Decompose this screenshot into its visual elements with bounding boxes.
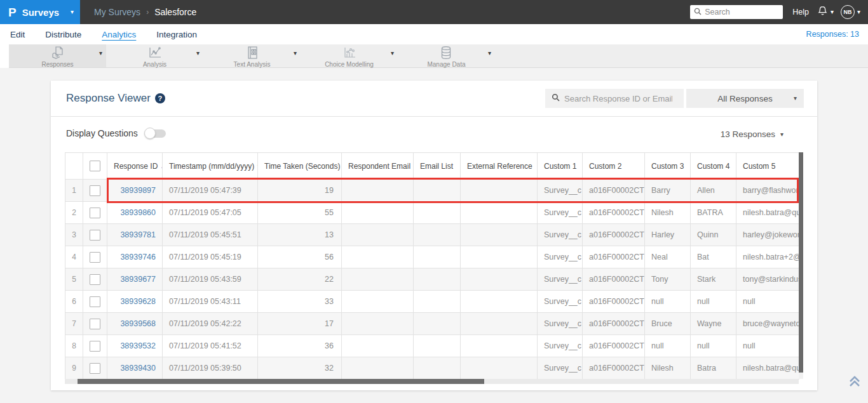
response-id-link[interactable]: 38939532	[107, 335, 163, 357]
row-checkbox[interactable]	[90, 185, 100, 196]
chevron-down-icon: ▾	[794, 95, 797, 102]
custom3-cell: Neal	[645, 246, 691, 268]
custom3-cell: Bruce	[645, 313, 691, 335]
response-id-link[interactable]: 38939897	[107, 180, 163, 202]
toolbar-item-analysis[interactable]: Analysis ▾	[106, 44, 203, 67]
custom1-cell: Survey__c	[538, 357, 583, 380]
header-timestamp[interactable]: Timestamp (mm/dd/yyyy)⇅	[163, 153, 258, 180]
custom4-cell: Wayne	[691, 313, 736, 335]
custom4-cell: Allen	[691, 180, 736, 202]
questionpro-logo-icon: P	[8, 6, 17, 18]
response-viewer-card: Response Viewer ? All Responses ▾ Displa…	[51, 81, 817, 390]
table-row: 5 38939677 07/11/2019 05:43:59 22 Survey…	[65, 268, 799, 291]
toolbar-item-text-analysis[interactable]: Text Analysis ▾	[203, 44, 301, 67]
breadcrumb-my-surveys[interactable]: My Surveys	[94, 7, 140, 17]
toolbar-item-label: Text Analysis	[234, 61, 271, 68]
horizontal-scrollbar-thumb[interactable]	[78, 379, 484, 384]
breadcrumb: My Surveys › Salesforce	[94, 7, 196, 17]
responses-count-dropdown[interactable]: 13 Responses ▾	[721, 129, 783, 139]
external-reference-cell	[461, 224, 538, 246]
scroll-to-top-button[interactable]	[848, 375, 862, 390]
row-checkbox-cell	[83, 313, 107, 335]
toolbar-item-manage-data[interactable]: Manage Data ▾	[398, 44, 495, 67]
display-questions-label: Display Questions	[66, 128, 138, 138]
header-response-id[interactable]: Response ID▲	[107, 153, 163, 180]
row-checkbox[interactable]	[90, 274, 100, 285]
response-id-link[interactable]: 38939568	[107, 313, 163, 335]
row-number: 7	[65, 313, 83, 335]
table-row: 2 38939860 07/11/2019 05:47:05 55 Survey…	[65, 202, 799, 224]
email-list-cell	[414, 335, 461, 357]
chevron-down-icon: ▾	[294, 50, 297, 56]
help-icon[interactable]: ?	[155, 93, 165, 103]
responses-count-link[interactable]: Responses: 13	[806, 30, 859, 39]
response-id-link[interactable]: 38939746	[107, 246, 163, 268]
email-list-cell	[414, 357, 461, 380]
row-checkbox[interactable]	[90, 208, 100, 218]
respondent-email-cell	[342, 357, 414, 380]
row-checkbox[interactable]	[90, 319, 100, 329]
external-reference-cell	[461, 180, 538, 202]
header-time-taken[interactable]: Time Taken (Seconds)⇅	[258, 153, 342, 180]
custom3-cell: null	[645, 291, 691, 313]
table-vertical-scrollbar	[799, 152, 803, 379]
toolbar-item-label: Analysis	[143, 61, 166, 68]
custom1-cell: Survey__c	[538, 335, 583, 357]
row-checkbox-cell	[83, 224, 107, 246]
row-checkbox[interactable]	[90, 230, 100, 241]
response-id-link[interactable]: 38939860	[107, 202, 163, 224]
tab-analytics[interactable]: Analytics	[102, 30, 136, 39]
timestamp-cell: 07/11/2019 05:47:05	[163, 202, 258, 224]
response-id-link[interactable]: 38939677	[107, 268, 163, 291]
product-menu[interactable]: P Surveys ▾	[0, 0, 80, 24]
help-link[interactable]: Help	[792, 8, 809, 17]
custom3-cell: Tony	[645, 268, 691, 291]
response-id-link[interactable]: 38939781	[107, 224, 163, 246]
row-checkbox-cell	[83, 291, 107, 313]
tab-edit[interactable]: Edit	[10, 30, 25, 39]
table-row: 3 38939781 07/11/2019 05:45:51 13 Survey…	[65, 224, 799, 246]
response-search	[545, 89, 684, 108]
email-list-cell	[414, 291, 461, 313]
row-checkbox[interactable]	[90, 252, 100, 263]
display-questions-toggle[interactable]	[146, 129, 166, 138]
toolbar-item-choice-modelling[interactable]: Choice Modelling ▾	[301, 44, 398, 67]
custom3-cell: null	[645, 335, 691, 357]
table-row: 4 38939746 07/11/2019 05:45:19 56 Survey…	[65, 246, 799, 268]
respondent-email-cell	[342, 246, 414, 268]
respondent-email-cell	[342, 313, 414, 335]
tab-integration[interactable]: Integration	[156, 30, 197, 39]
response-id-link[interactable]: 38939430	[107, 357, 163, 380]
row-checkbox[interactable]	[90, 341, 100, 352]
response-id-link[interactable]: 38939628	[107, 291, 163, 313]
custom3-cell: Harley	[645, 224, 691, 246]
email-list-cell	[414, 268, 461, 291]
global-search	[690, 5, 783, 19]
topbar: P Surveys ▾ My Surveys › Salesforce Help…	[0, 0, 868, 24]
vertical-scrollbar-thumb[interactable]	[799, 152, 803, 373]
custom3-cell: Nilesh	[645, 357, 691, 380]
account-menu[interactable]: NB ▾	[841, 5, 860, 19]
chevron-down-icon: ▾	[780, 131, 783, 138]
global-search-input[interactable]	[705, 8, 775, 17]
response-search-input[interactable]	[564, 94, 672, 103]
time-taken-cell: 13	[258, 224, 342, 246]
custom2-cell: a016F00002CT2LX	[583, 268, 645, 291]
analysis-icon	[147, 46, 163, 60]
notifications-menu[interactable]: ▾	[817, 5, 834, 19]
timestamp-cell: 07/11/2019 05:42:22	[163, 313, 258, 335]
custom5-cell: harley@jokeworld.	[736, 224, 799, 246]
row-checkbox[interactable]	[90, 363, 100, 374]
toolbar-item-responses[interactable]: Responses ▾	[9, 44, 106, 67]
search-icon	[552, 93, 560, 104]
row-number: 2	[65, 202, 83, 224]
external-reference-cell	[461, 246, 538, 268]
tab-distribute[interactable]: Distribute	[45, 30, 81, 39]
all-responses-dropdown[interactable]: All Responses ▾	[686, 89, 804, 108]
time-taken-cell: 22	[258, 268, 342, 291]
chevron-down-icon: ▾	[488, 50, 491, 56]
row-checkbox[interactable]	[90, 296, 100, 307]
row-checkbox-cell	[83, 357, 107, 380]
select-all-checkbox[interactable]	[90, 161, 100, 171]
respondent-email-cell	[342, 180, 414, 202]
